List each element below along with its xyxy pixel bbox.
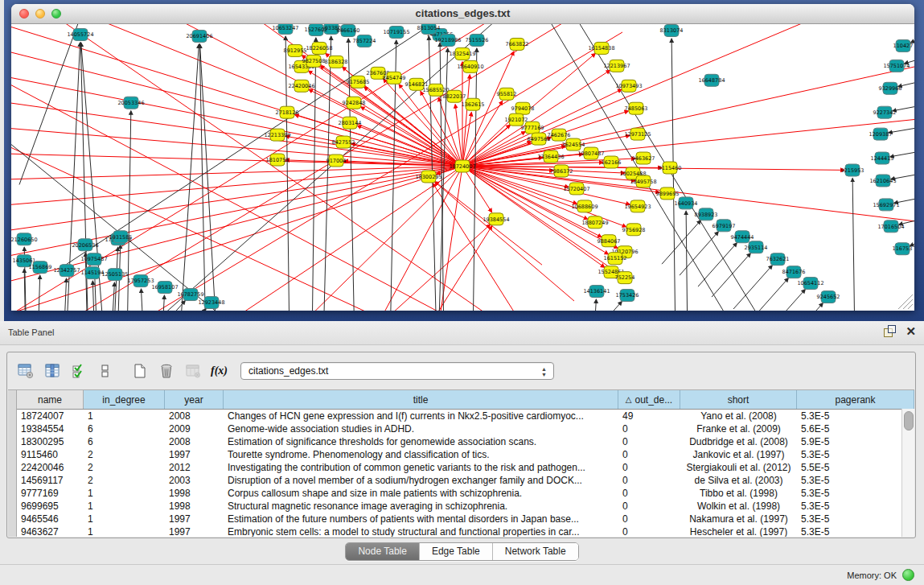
- table-cell[interactable]: 18724007: [17, 410, 84, 422]
- table-cell[interactable]: 0: [618, 501, 680, 512]
- network-canvas[interactable]: 1872400718300295193845541654338289129551…: [11, 24, 914, 311]
- table-cell[interactable]: 2003: [165, 475, 224, 486]
- table-row[interactable]: 946554611997Estimation of the future num…: [17, 513, 914, 525]
- table-cell[interactable]: 5.3E-5: [797, 526, 914, 537]
- column-header-title[interactable]: title: [224, 390, 618, 409]
- table-cell[interactable]: 9115460: [17, 449, 84, 460]
- table-row[interactable]: 969969511998Structural magnetic resonanc…: [17, 500, 914, 513]
- table-cell[interactable]: de Silva et al. (2003): [680, 475, 797, 486]
- table-cell[interactable]: 1998: [165, 501, 224, 512]
- table-selector-dropdown[interactable]: citations_edges.txt ▲▼: [240, 362, 554, 380]
- select-visible-columns-button[interactable]: [68, 360, 89, 381]
- table-cell[interactable]: 6: [84, 436, 165, 447]
- delete-table-button[interactable]: [156, 360, 177, 381]
- tab-network-table[interactable]: Network Table: [492, 543, 578, 560]
- table-cell[interactable]: Estimation of significance thresholds fo…: [224, 436, 618, 447]
- column-header-pagerank[interactable]: pagerank: [797, 390, 914, 409]
- table-cell[interactable]: 49: [618, 410, 680, 422]
- table-cell[interactable]: Corpus callosum shape and size in male p…: [224, 488, 618, 499]
- table-row[interactable]: 946362711997Embryonic stem cells: a mode…: [17, 525, 914, 537]
- table-cell[interactable]: 1: [84, 410, 165, 422]
- table-cell[interactable]: 5.3E-5: [797, 475, 914, 486]
- table-cell[interactable]: Changes of HCN gene expression and I(f) …: [224, 410, 618, 422]
- table-cell[interactable]: Embryonic stem cells: a model to study s…: [224, 526, 618, 537]
- table-cell[interactable]: 1: [84, 488, 165, 499]
- table-cell[interactable]: 5.6E-5: [797, 423, 914, 435]
- table-cell[interactable]: Nakamura et al. (1997): [680, 513, 797, 525]
- table-cell[interactable]: Franke et al. (2009): [680, 423, 797, 435]
- table-cell[interactable]: 0: [618, 462, 680, 473]
- vertical-split-button[interactable]: [95, 360, 116, 381]
- table-cell[interactable]: Disruption of a novel member of a sodium…: [224, 475, 618, 486]
- table-cell[interactable]: Investigating the contribution of common…: [224, 462, 618, 473]
- table-cell[interactable]: 1997: [165, 449, 224, 460]
- close-window-icon[interactable]: [19, 9, 29, 19]
- table-cell[interactable]: 2: [84, 462, 165, 473]
- column-header-name[interactable]: name: [17, 390, 84, 409]
- table-cell[interactable]: Tourette syndrome. Phenomenology and cla…: [224, 449, 618, 460]
- table-cell[interactable]: 9699695: [17, 501, 84, 512]
- table-row[interactable]: 911546021997Tourette syndrome. Phenomeno…: [17, 448, 914, 461]
- tab-edge-table[interactable]: Edge Table: [419, 543, 492, 560]
- show-columns-button[interactable]: [42, 360, 63, 381]
- close-panel-icon[interactable]: ✕: [906, 325, 916, 337]
- new-table-button[interactable]: [129, 360, 150, 381]
- table-cell[interactable]: 18300295: [17, 436, 84, 447]
- zoom-window-icon[interactable]: [51, 9, 61, 19]
- table-cell[interactable]: Dudbridge et al. (2008): [680, 436, 797, 447]
- table-cell[interactable]: Hescheler et al. (1997): [680, 526, 797, 537]
- table-cell[interactable]: 9463627: [17, 526, 84, 537]
- table-cell[interactable]: Estimation of the future numbers of pati…: [224, 513, 618, 525]
- tab-node-table[interactable]: Node Table: [346, 543, 419, 560]
- minimize-window-icon[interactable]: [35, 9, 45, 19]
- table-cell[interactable]: 5.3E-5: [797, 501, 914, 512]
- table-cell[interactable]: Yano et al. (2008): [680, 410, 797, 422]
- table-cell[interactable]: 2008: [165, 436, 224, 447]
- table-cell[interactable]: 22420046: [17, 462, 84, 473]
- table-cell[interactable]: 2009: [165, 423, 224, 435]
- table-cell[interactable]: 0: [618, 423, 680, 435]
- table-cell[interactable]: 5.3E-5: [797, 410, 914, 422]
- network-window-titlebar[interactable]: citations_edges.txt: [11, 4, 914, 24]
- table-cell[interactable]: 6: [84, 423, 165, 435]
- table-cell[interactable]: Genome-wide association studies in ADHD.: [224, 423, 618, 435]
- column-header-in_degree[interactable]: in_degree: [84, 390, 165, 409]
- table-cell[interactable]: 9465546: [17, 513, 84, 525]
- table-cell[interactable]: Structural magnetic resonance image aver…: [224, 501, 618, 512]
- table-cell[interactable]: 5.9E-5: [797, 436, 914, 447]
- float-panel-icon[interactable]: [884, 325, 896, 337]
- table-row[interactable]: 1456911722003Disruption of a novel membe…: [17, 474, 914, 487]
- table-cell[interactable]: 2: [84, 475, 165, 486]
- table-row[interactable]: 1830029562008Estimation of significance …: [17, 435, 914, 448]
- canvas-resize-handle[interactable]: [898, 295, 913, 309]
- column-header-short[interactable]: short: [680, 390, 797, 409]
- table-row[interactable]: 2242004622012Investigating the contribut…: [17, 461, 914, 474]
- table-cell[interactable]: Jankovic et al. (1997): [680, 449, 797, 460]
- table-cell[interactable]: 2: [84, 449, 165, 460]
- column-header-year[interactable]: year: [165, 390, 224, 409]
- function-builder-button[interactable]: f(x): [211, 365, 228, 377]
- table-cell[interactable]: 0: [618, 449, 680, 460]
- table-cell[interactable]: 19384554: [17, 423, 84, 435]
- table-cell[interactable]: 1997: [165, 526, 224, 537]
- table-cell[interactable]: 14569117: [17, 475, 84, 486]
- table-row[interactable]: 1872400712008Changes of HCN gene express…: [17, 410, 914, 422]
- scrollbar-thumb[interactable]: [904, 411, 914, 431]
- table-cell[interactable]: 5.5E-5: [797, 462, 914, 473]
- table-cell[interactable]: Wolkin et al. (1998): [680, 501, 797, 512]
- table-cell[interactable]: 0: [618, 513, 680, 525]
- table-cell[interactable]: 0: [618, 526, 680, 537]
- table-cell[interactable]: 5.3E-5: [797, 513, 914, 525]
- table-cell[interactable]: 1: [84, 513, 165, 525]
- table-settings-button[interactable]: [15, 360, 36, 381]
- table-cell[interactable]: 1998: [165, 488, 224, 499]
- table-cell[interactable]: 1: [84, 526, 165, 537]
- table-cell[interactable]: 1: [84, 501, 165, 512]
- table-cell[interactable]: 5.3E-5: [797, 449, 914, 460]
- table-cell[interactable]: 1997: [165, 513, 224, 525]
- table-cell[interactable]: 2008: [165, 410, 224, 422]
- table-row[interactable]: 977716911998Corpus callosum shape and si…: [17, 487, 914, 500]
- table-cell[interactable]: 0: [618, 475, 680, 486]
- table-cell[interactable]: 0: [618, 436, 680, 447]
- table-cell[interactable]: Tibbo et al. (1998): [680, 488, 797, 499]
